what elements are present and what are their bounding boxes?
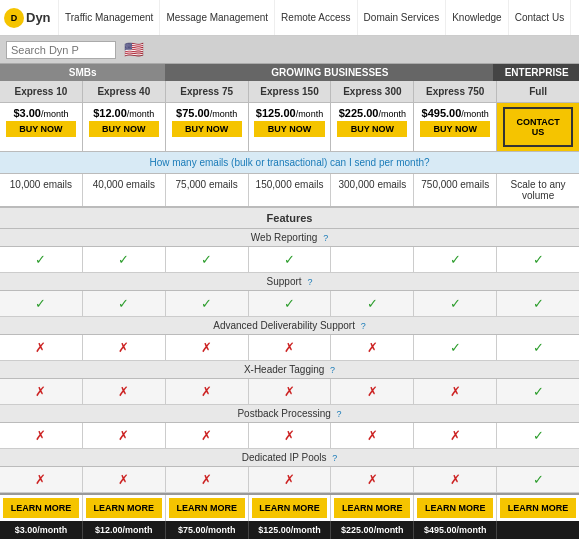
adv-del-info-icon[interactable]: ? [361, 321, 366, 331]
buy-button-3[interactable]: BUY NOW [254, 121, 324, 137]
feat-ad-3: ✗ [249, 335, 332, 360]
learn-more-button-4[interactable]: LEARN MORE [334, 498, 410, 518]
price-cell-3: $125.00/month BUY NOW [249, 103, 332, 151]
feat-wr-1: ✓ [83, 247, 166, 272]
feature-row-x-header: ✗ ✗ ✗ ✗ ✗ ✗ ✓ [0, 379, 579, 405]
feat-xh-2: ✗ [166, 379, 249, 404]
advanced-deliverability-header: Advanced Deliverability Support ? [0, 317, 579, 335]
buy-button-2[interactable]: BUY NOW [172, 121, 242, 137]
search-input[interactable] [6, 41, 116, 59]
logo[interactable]: D Dyn [0, 4, 58, 32]
feat-wr-5: ✓ [414, 247, 497, 272]
feat-pb-6: ✓ [497, 423, 579, 448]
feat-di-5: ✗ [414, 467, 497, 492]
learn-more-button-2[interactable]: LEARN MORE [169, 498, 245, 518]
logo-text: Dyn [26, 10, 51, 25]
plan-express750: Express 750 [414, 81, 497, 102]
top-nav: D Dyn Traffic Management Message Managem… [0, 0, 579, 36]
question-row: How many emails (bulk or transactional) … [0, 152, 579, 174]
price-amount-2: $75.00/month [168, 107, 246, 119]
feature-row-adv-del: ✗ ✗ ✗ ✗ ✗ ✓ ✓ [0, 335, 579, 361]
x-header-info-icon[interactable]: ? [330, 365, 335, 375]
price-cell-4: $225.00/month BUY NOW [331, 103, 414, 151]
nav-item-contact[interactable]: Contact Us [508, 0, 571, 35]
feat-wr-2: ✓ [166, 247, 249, 272]
price-period-0: /month [41, 109, 69, 119]
flag-icon: 🇺🇸 [124, 40, 144, 59]
feat-pb-5: ✗ [414, 423, 497, 448]
vol-4: 300,000 emails [331, 174, 414, 206]
nav-item-message[interactable]: Message Management [159, 0, 274, 35]
feat-ad-4: ✗ [331, 335, 414, 360]
plan-express10: Express 10 [0, 81, 83, 102]
feat-sup-4: ✓ [331, 291, 414, 316]
nav-item-remote[interactable]: Remote Access [274, 0, 356, 35]
feat-di-4: ✗ [331, 467, 414, 492]
feat-ad-1: ✗ [83, 335, 166, 360]
footer-price-4: $225.00/month [331, 521, 414, 539]
feat-sup-0: ✓ [0, 291, 83, 316]
postback-info-icon[interactable]: ? [337, 409, 342, 419]
vol-6: Scale to any volume [497, 174, 579, 206]
feat-xh-0: ✗ [0, 379, 83, 404]
plan-express300: Express 300 [331, 81, 414, 102]
learn-more-button-3[interactable]: LEARN MORE [252, 498, 328, 518]
feature-row-dedicated-ip: ✗ ✗ ✗ ✗ ✗ ✗ ✓ [0, 467, 579, 493]
learn-more-button-5[interactable]: LEARN MORE [417, 498, 493, 518]
web-reporting-info-icon[interactable]: ? [323, 233, 328, 243]
learn-more-button-0[interactable]: LEARN MORE [3, 498, 79, 518]
learn-more-button-6[interactable]: LEARN MORE [500, 498, 576, 518]
plan-express40: Express 40 [83, 81, 166, 102]
feat-xh-6: ✓ [497, 379, 579, 404]
price-row: $3.00/month BUY NOW $12.00/month BUY NOW… [0, 103, 579, 152]
plan-express150: Express 150 [249, 81, 332, 102]
contact-us-button[interactable]: CONTACT US [503, 107, 573, 147]
price-cell-5: $495.00/month BUY NOW [414, 103, 497, 151]
dedicated-ip-info-icon[interactable]: ? [332, 453, 337, 463]
vol-2: 75,000 emails [166, 174, 249, 206]
feat-di-6: ✓ [497, 467, 579, 492]
learn-cell-2: LEARN MORE [166, 495, 249, 521]
feat-wr-6: ✓ [497, 247, 579, 272]
feat-pb-0: ✗ [0, 423, 83, 448]
vol-0: 10,000 emails [0, 174, 83, 206]
feature-row-postback: ✗ ✗ ✗ ✗ ✗ ✗ ✓ [0, 423, 579, 449]
feat-di-1: ✗ [83, 467, 166, 492]
buy-button-4[interactable]: BUY NOW [337, 121, 407, 137]
price-cell-1: $12.00/month BUY NOW [83, 103, 166, 151]
feat-wr-4 [331, 247, 414, 272]
buy-button-5[interactable]: BUY NOW [420, 121, 490, 137]
feat-xh-4: ✗ [331, 379, 414, 404]
volume-row: 10,000 emails 40,000 emails 75,000 email… [0, 174, 579, 207]
nav-item-traffic[interactable]: Traffic Management [58, 0, 159, 35]
price-amount-1: $12.00/month [85, 107, 163, 119]
feat-xh-1: ✗ [83, 379, 166, 404]
learn-cell-3: LEARN MORE [249, 495, 332, 521]
feat-sup-5: ✓ [414, 291, 497, 316]
question-text: How many emails (bulk or transactional) … [149, 157, 429, 168]
feat-xh-5: ✗ [414, 379, 497, 404]
feat-pb-3: ✗ [249, 423, 332, 448]
feature-row-web-reporting: ✓ ✓ ✓ ✓ ✓ ✓ [0, 247, 579, 273]
plan-express75: Express 75 [166, 81, 249, 102]
features-section-header: Features [0, 207, 579, 229]
support-info-icon[interactable]: ? [307, 277, 312, 287]
x-header-section-header: X-Header Tagging ? [0, 361, 579, 379]
nav-item-knowledge[interactable]: Knowledge [445, 0, 507, 35]
price-amount-5: $495.00/month [416, 107, 494, 119]
vol-3: 150,000 emails [249, 174, 332, 206]
feature-row-support: ✓ ✓ ✓ ✓ ✓ ✓ ✓ [0, 291, 579, 317]
nav-item-domain[interactable]: Domain Services [357, 0, 446, 35]
vol-1: 40,000 emails [83, 174, 166, 206]
feat-di-2: ✗ [166, 467, 249, 492]
learn-cell-1: LEARN MORE [83, 495, 166, 521]
footer-price-5: $495.00/month [414, 521, 497, 539]
learn-cell-4: LEARN MORE [331, 495, 414, 521]
buy-button-1[interactable]: BUY NOW [89, 121, 159, 137]
cat-enterprise: ENTERPRISE [494, 64, 579, 81]
price-amount-0: $3.00/month [2, 107, 80, 119]
cat-smb: SMBs [0, 64, 166, 81]
feat-ad-6: ✓ [497, 335, 579, 360]
learn-more-button-1[interactable]: LEARN MORE [86, 498, 162, 518]
buy-button-0[interactable]: BUY NOW [6, 121, 76, 137]
